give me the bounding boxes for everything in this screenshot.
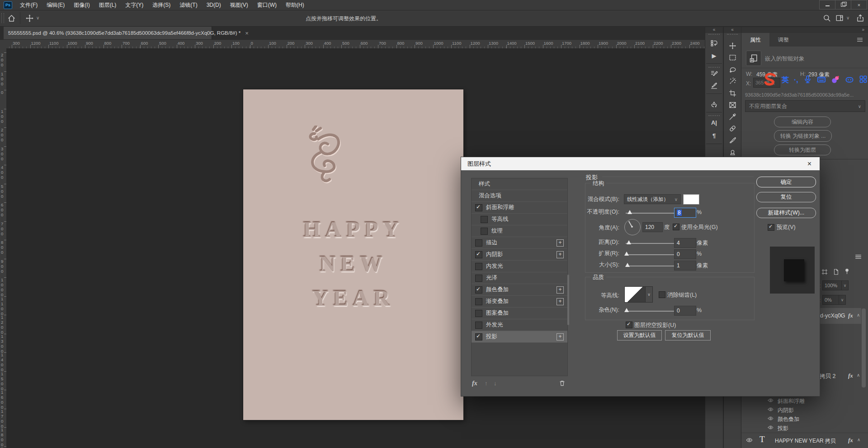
spread-slider-thumb[interactable] bbox=[624, 252, 629, 256]
sogou-logo-icon[interactable] bbox=[763, 73, 777, 88]
menubar-item[interactable]: 3D(D) bbox=[202, 0, 226, 10]
eyedropper-tool[interactable] bbox=[727, 112, 738, 121]
fx-badge[interactable]: fx bbox=[848, 437, 853, 444]
opacity-chevron[interactable]: ∨ bbox=[841, 280, 849, 290]
selected-layer-row[interactable]: d-ycXq0G fx ∧ bbox=[818, 308, 861, 324]
collapse-panels-icon[interactable]: « bbox=[705, 27, 723, 33]
menubar-item[interactable]: 图像(I) bbox=[69, 0, 94, 10]
menubar-item[interactable]: 编辑(E) bbox=[42, 0, 69, 10]
menubar-item[interactable]: 帮助(H) bbox=[281, 0, 309, 10]
antialias-checkbox[interactable] bbox=[659, 291, 665, 298]
add-effect-fx-button[interactable]: fx bbox=[472, 380, 477, 387]
noise-field[interactable]: 0 bbox=[674, 306, 696, 316]
style-row[interactable]: 光泽 bbox=[472, 272, 567, 284]
blend-mode-dropdown[interactable]: 线性减淡（添加） ∨ bbox=[624, 194, 681, 204]
close-button[interactable]: × bbox=[851, 0, 867, 9]
layers-panel-menu-icon[interactable] bbox=[854, 253, 862, 262]
style-checkbox[interactable] bbox=[475, 204, 482, 211]
contour-thumbnail[interactable] bbox=[624, 286, 646, 303]
reset-button[interactable]: 复位 bbox=[756, 192, 816, 202]
layer-effect-row[interactable]: 内阴影 bbox=[744, 406, 868, 415]
dialog-close-button[interactable]: × bbox=[807, 157, 811, 170]
convert-to-linked-button[interactable]: 转换 为链接对象 ... bbox=[774, 130, 832, 142]
preview-checkbox[interactable] bbox=[768, 224, 774, 231]
layer-effect-row[interactable]: 斜面和浮雕 bbox=[744, 397, 868, 406]
lock-artboard-icon[interactable] bbox=[821, 269, 828, 276]
style-checkbox[interactable] bbox=[475, 286, 482, 294]
restore-button[interactable] bbox=[835, 0, 851, 9]
style-row[interactable]: 图案叠加 bbox=[472, 308, 567, 319]
panel-menu-icon[interactable] bbox=[856, 36, 863, 45]
move-tool[interactable] bbox=[727, 41, 738, 51]
drag-grip[interactable] bbox=[1, 13, 4, 23]
share-icon[interactable] bbox=[856, 14, 864, 23]
opacity-slider-thumb[interactable] bbox=[627, 210, 632, 214]
style-row[interactable]: 样式 bbox=[472, 178, 567, 190]
home-button[interactable] bbox=[7, 14, 16, 24]
paragraph-panel-icon[interactable]: ¶ bbox=[709, 131, 720, 140]
menubar-item[interactable]: 选择(S) bbox=[148, 0, 175, 10]
layer-effect-row[interactable]: 投影 bbox=[744, 424, 868, 433]
fill-chevron[interactable]: ∨ bbox=[839, 295, 846, 305]
style-row[interactable]: 纹理 bbox=[472, 225, 567, 237]
menubar-item[interactable]: 滤镜(T) bbox=[175, 0, 202, 10]
size-slider-thumb[interactable] bbox=[625, 263, 630, 267]
style-row[interactable]: 描边+ bbox=[472, 237, 567, 249]
style-checkbox[interactable] bbox=[481, 216, 488, 223]
style-row[interactable]: 内发光 bbox=[472, 261, 567, 272]
size-field[interactable]: 1 bbox=[674, 261, 696, 271]
spot-healing-brush-tool[interactable] bbox=[727, 123, 738, 133]
layers-scrollbar-thumb[interactable] bbox=[862, 308, 866, 387]
style-checkbox[interactable] bbox=[475, 310, 482, 317]
minimize-button[interactable] bbox=[820, 0, 835, 9]
distance-slider[interactable] bbox=[626, 243, 679, 244]
menubar-item[interactable]: 视图(V) bbox=[226, 0, 253, 10]
tool-preset-chevron[interactable]: ∨ bbox=[36, 15, 39, 20]
style-row[interactable]: 内阴影+ bbox=[472, 249, 567, 261]
noise-slider[interactable] bbox=[626, 311, 679, 312]
brush-settings-panel-icon[interactable] bbox=[709, 69, 720, 79]
move-effect-up-button[interactable]: ↑ bbox=[485, 380, 488, 387]
actions-panel-icon[interactable]: ▶ bbox=[709, 51, 720, 61]
style-checkbox[interactable] bbox=[475, 263, 482, 270]
tab-properties[interactable]: 属性 bbox=[741, 33, 769, 47]
skin-icon[interactable] bbox=[831, 75, 840, 85]
collapse-toolbar-icon[interactable]: « bbox=[724, 27, 741, 33]
quick-selection-tool[interactable] bbox=[727, 76, 738, 86]
eye-icon[interactable] bbox=[768, 415, 774, 423]
clone-stamp-tool[interactable] bbox=[727, 147, 738, 157]
angle-field[interactable]: 120 bbox=[642, 222, 663, 232]
opacity-value[interactable]: 100% bbox=[822, 280, 843, 290]
workspace-icon[interactable] bbox=[835, 14, 844, 23]
collapse-effects-icon[interactable]: ∧ bbox=[857, 437, 860, 442]
search-icon[interactable] bbox=[823, 14, 831, 23]
new-style-button[interactable]: 新建样式(W)... bbox=[756, 208, 816, 218]
convert-to-layers-button[interactable]: 转换为图层 bbox=[774, 145, 831, 155]
crop-tool[interactable] bbox=[727, 88, 738, 98]
knockout-checkbox[interactable] bbox=[626, 322, 632, 328]
document-canvas[interactable]: HAPPY NEW YEAR bbox=[243, 89, 463, 420]
move-effect-down-button[interactable]: ↓ bbox=[494, 380, 497, 387]
lock-page-icon[interactable] bbox=[833, 269, 839, 276]
history-panel-icon[interactable] bbox=[709, 38, 720, 48]
styles-scrollbar-thumb[interactable] bbox=[567, 275, 569, 325]
opacity-field[interactable]: 8 bbox=[674, 208, 696, 218]
noise-slider-thumb[interactable] bbox=[624, 308, 629, 312]
style-checkbox[interactable] bbox=[475, 251, 482, 258]
dialog-title[interactable]: 图层样式 bbox=[461, 157, 820, 170]
ime-symbols-button[interactable]: ·, bbox=[794, 76, 798, 84]
fx-badge[interactable]: fx bbox=[848, 372, 853, 379]
style-row[interactable]: 颜色叠加+ bbox=[472, 284, 567, 296]
document-tab[interactable]: 55555555.psd @ 40.6% (93638c1090d5e7dd3a… bbox=[4, 27, 212, 39]
keyboard-icon[interactable] bbox=[817, 75, 826, 85]
style-checkbox[interactable] bbox=[475, 239, 482, 247]
eye-icon[interactable] bbox=[768, 425, 774, 432]
global-light-checkbox[interactable] bbox=[673, 224, 679, 230]
style-row[interactable]: 混合选项 bbox=[472, 190, 567, 202]
menubar-item[interactable]: 图层(L) bbox=[94, 0, 121, 10]
rectangular-marquee-tool[interactable] bbox=[727, 52, 738, 62]
collapse-dock-icon[interactable]: » bbox=[862, 27, 864, 33]
workspace-chevron[interactable]: ∨ bbox=[846, 15, 849, 20]
ok-button[interactable]: 确定 bbox=[756, 177, 816, 187]
opacity-slider[interactable] bbox=[626, 213, 679, 214]
